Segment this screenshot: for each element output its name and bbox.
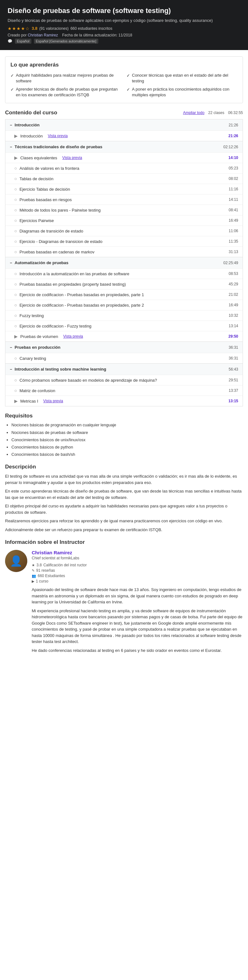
section-header-auto[interactable]: − Automatización de pruebas 02:25:49	[5, 257, 243, 268]
section-toggle-2: −	[10, 145, 12, 149]
instructor-section-title: Información sobre el Instructor	[5, 539, 243, 546]
what-learn-box: Lo que aprenderás ✓ Adquirir habilidades…	[5, 56, 243, 103]
lesson-title-t-2: Tablas de decisión	[19, 177, 53, 181]
lesson-a-6: ▶ Pruebas de volumen Vista previa 29:50	[5, 331, 243, 342]
stat-reviews: ✎ 91 reseñas	[32, 568, 243, 573]
instructor-avatar: 👤	[5, 550, 27, 572]
lesson-left-a-3: ○ Ejercicio de codificacion - Pruebas ba…	[14, 302, 144, 307]
star-stat-icon: ★	[32, 563, 35, 567]
rating-row: ★★★★☆ 3.8 (91 valoraciones) 660 estudian…	[8, 26, 240, 31]
lesson-left-a-4: ○ Fuzzy testing	[14, 313, 44, 318]
play-icon-a-6: ▶	[14, 334, 18, 339]
preview-link-t-0[interactable]: Vista previa	[62, 156, 82, 160]
section-dur-4: 36:31	[229, 345, 238, 350]
preview-link-1[interactable]: Vista previa	[48, 134, 67, 138]
author-link[interactable]: Christian Ramirez	[27, 33, 58, 37]
requirements-title: Requisitos	[5, 413, 243, 419]
stat-students-value: 660 Estudiantes	[38, 574, 65, 578]
lesson-dur-a-2: 21:02	[229, 292, 238, 297]
avatar-inner: 👤	[5, 550, 27, 572]
bio-para-2: He dado conferencias relacionadas al tes…	[32, 648, 243, 654]
section-title-1: Introducción	[14, 123, 40, 127]
lesson-title-p-0: Canary testing	[19, 356, 46, 361]
lesson-left-m-2: ▶ Metricas I Vista previa	[14, 398, 63, 404]
lesson-title-a-0: Introducción a la automatización en las …	[19, 272, 129, 276]
lesson-t-0: ▶ Clases equivalentes Vista previa 14:10	[5, 152, 243, 163]
section-header-ml[interactable]: − Introducción al testing sobre machine …	[5, 364, 243, 375]
play-icon-m-2: ▶	[14, 398, 18, 404]
lesson-title-a-2: Ejercicio de codificacion - Pruebas basa…	[19, 292, 144, 297]
learn-text-3: Conocer técnicas que estan en el estado …	[132, 73, 238, 84]
stat-rating: ★ 3.8 Calificación del inst ructor	[32, 563, 243, 567]
lesson-a-4: ○ Fuzzy testing 10:32	[5, 310, 243, 321]
course-title: Diseño de pruebas de software (software …	[8, 6, 240, 16]
check-icon-4: ✓	[126, 87, 130, 92]
instructor-bio: Apasionado del testing de software desde…	[32, 587, 243, 654]
preview-link-a-6[interactable]: Vista previa	[63, 334, 83, 339]
section-header-introduccion[interactable]: − Introducción 21:26	[5, 119, 243, 130]
course-content-section: Contenido del curso Ampliar todo 22 clas…	[0, 110, 248, 406]
enrolled-count: 660 estudiantes inscritos	[70, 26, 112, 31]
section-automatizacion: − Automatización de pruebas 02:25:49 ○ I…	[5, 257, 243, 342]
section-left-4: − Pruebas en producción	[10, 345, 61, 350]
stat-rating-value: 3.8	[37, 563, 42, 567]
section-header-prod[interactable]: − Pruebas en producción 36:31	[5, 342, 243, 353]
lesson-left-m-0: ○ Cómo probamos software basado en model…	[14, 377, 157, 383]
lesson-t-1: ○ Análisis de valores en la frontera 05:…	[5, 163, 243, 173]
lesson-title-t-6: Ejercicios Pairwise	[19, 218, 54, 223]
section-ml: − Introducción al testing sobre machine …	[5, 364, 243, 406]
students-stat-icon: 👥	[32, 574, 36, 578]
section-left-1: − Introducción	[10, 123, 40, 127]
lesson-introduccion-1: ▶ Introducción Vista previa 21:26	[5, 130, 243, 141]
circle-icon-a-2: ○	[14, 292, 17, 297]
section-dur-5: 56:43	[229, 367, 238, 372]
instructor-name[interactable]: Christian Ramirez	[32, 550, 243, 555]
lesson-t-7: ○ Diagramas de transición de estado 11:0…	[5, 226, 243, 236]
lesson-title-t-1: Análisis de valores en la frontera	[19, 166, 79, 171]
circle-icon-t-1: ○	[14, 165, 17, 171]
lesson-dur-t-4: 14:11	[229, 197, 238, 202]
course-subtitle: Diseño y técnicas de pruebas de software…	[8, 18, 240, 23]
section-header-tecnicas[interactable]: − Técnicas tradicionales de diseño de pr…	[5, 141, 243, 152]
section-dur-3: 02:25:49	[223, 261, 238, 265]
req-item-1: Nociones básicas de pruebas de software	[11, 430, 243, 436]
author-label: Creado por	[8, 33, 27, 37]
preview-link-m-2[interactable]: Vista previa	[43, 399, 63, 403]
section-dur-1: 21:26	[229, 123, 238, 127]
courses-stat-icon: ▶	[32, 579, 34, 584]
lesson-title-t-3: Ejercicio Tablas de decisión	[19, 187, 70, 192]
lesson-dur-m-2: 13:15	[228, 399, 238, 403]
rating-number: 3.8	[32, 26, 37, 31]
stat-courses-value: 1 curso	[36, 579, 48, 584]
section-toggle-4: −	[10, 345, 12, 350]
lesson-m-1: ○ Matriz de confusion 13:37	[5, 385, 243, 396]
learn-item-2: ✓ Aprender técnicas de diseño de pruebas…	[10, 86, 122, 98]
lesson-left-t-5: ○ Método de todos los pares - Pairwise t…	[14, 207, 101, 213]
circle-icon-a-4: ○	[14, 313, 17, 318]
circle-icon-t-5: ○	[14, 207, 17, 213]
lesson-title-a-4: Fuzzy testing	[19, 313, 44, 318]
expand-all-link[interactable]: Ampliar todo	[183, 111, 204, 115]
review-stat-icon: ✎	[32, 568, 35, 573]
lesson-dur-m-1: 13:37	[229, 388, 238, 393]
lesson-p-0: ○ Canary testing 36:31	[5, 353, 243, 363]
lesson-left-t-1: ○ Análisis de valores en la frontera	[14, 165, 79, 171]
date-meta: Fecha de la última actualización: 11/201…	[62, 33, 132, 37]
lesson-t-8: ○ Ejercicio - Diagramas de transicion de…	[5, 236, 243, 247]
lesson-t-5: ○ Método de todos los pares - Pairwise t…	[5, 205, 243, 215]
play-icon-t-0: ▶	[14, 155, 18, 160]
section-title-5: Introducción al testing sobre machine le…	[14, 367, 106, 372]
lesson-title-t-4: Pruebas basadas en riesgos	[19, 197, 72, 202]
lesson-dur-1: 21:26	[228, 134, 238, 138]
lesson-t-4: ○ Pruebas basadas en riesgos 14:11	[5, 194, 243, 205]
lesson-m-2: ▶ Metricas I Vista previa 13:15	[5, 396, 243, 406]
lesson-dur-a-4: 10:32	[229, 313, 238, 318]
section-title-3: Automatización de pruebas	[14, 260, 69, 265]
section-title-4: Pruebas en producción	[14, 345, 60, 350]
section-tecnicas: − Técnicas tradicionales de diseño de pr…	[5, 141, 243, 257]
learn-item-4: ✓ A poner en práctica los conocimientos …	[126, 86, 238, 98]
instructor-section: Información sobre el Instructor 👤 Christ…	[0, 539, 248, 654]
lesson-left-a-0: ○ Introducción a la automatización en la…	[14, 271, 130, 276]
stat-students: 👥 660 Estudiantes	[32, 574, 243, 578]
lesson-dur-t-1: 05:23	[229, 166, 238, 170]
